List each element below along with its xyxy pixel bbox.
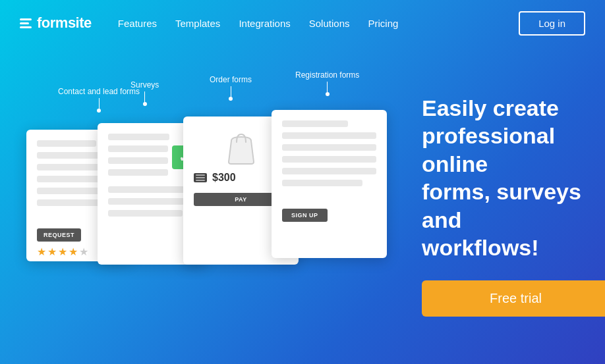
form-bar <box>108 145 168 152</box>
right-content: Easily create professional online forms,… <box>422 94 605 317</box>
star-2: ★ <box>47 246 57 258</box>
logo-icon <box>20 18 32 28</box>
main-content: Contact and lead forms Surveys Order for… <box>0 46 605 364</box>
nav-item-pricing[interactable]: Pricing <box>368 18 398 29</box>
nav: Features Templates Integrations Solution… <box>118 18 519 29</box>
request-button[interactable]: REQUEST <box>37 228 81 242</box>
hero-headline: Easily create professional online forms,… <box>422 94 605 262</box>
nav-item-integrations[interactable]: Integrations <box>239 18 290 29</box>
form-bar <box>282 156 376 163</box>
star-1: ★ <box>37 246 46 258</box>
forms-illustration: Contact and lead forms Surveys Order for… <box>20 80 402 330</box>
star-4: ★ <box>69 246 78 258</box>
logo[interactable]: formsite <box>20 14 92 32</box>
header: formsite Features Templates Integrations… <box>0 0 605 46</box>
form-bar <box>282 144 376 151</box>
free-trial-button[interactable]: Free trial <box>422 280 605 317</box>
form-bar <box>282 132 376 139</box>
form-bar <box>282 120 348 127</box>
login-button[interactable]: Log in <box>519 11 585 36</box>
form-bar <box>108 134 169 140</box>
logo-text: formsite <box>37 14 92 32</box>
nav-item-features[interactable]: Features <box>118 18 157 29</box>
label-order: Order forms <box>210 75 252 101</box>
form-bar <box>108 169 168 176</box>
nav-item-templates[interactable]: Templates <box>175 18 220 29</box>
card-registration: SIGN UP <box>272 110 387 258</box>
label-contact: Contact and lead forms <box>58 87 140 113</box>
form-bar <box>282 180 362 186</box>
payment-card-icon <box>194 173 207 182</box>
form-bar <box>108 157 168 164</box>
bag-icon <box>221 127 261 167</box>
nav-item-solutions[interactable]: Solutions <box>309 18 350 29</box>
star-3: ★ <box>58 246 67 258</box>
label-registration: Registration forms <box>295 70 359 96</box>
price-display: $300 <box>212 172 236 184</box>
form-bar <box>37 140 96 147</box>
star-5: ★ <box>79 246 88 258</box>
label-surveys: Surveys <box>130 80 159 106</box>
signup-button[interactable]: SIGN UP <box>282 209 328 222</box>
form-bar <box>282 168 376 174</box>
form-bar <box>108 210 183 217</box>
